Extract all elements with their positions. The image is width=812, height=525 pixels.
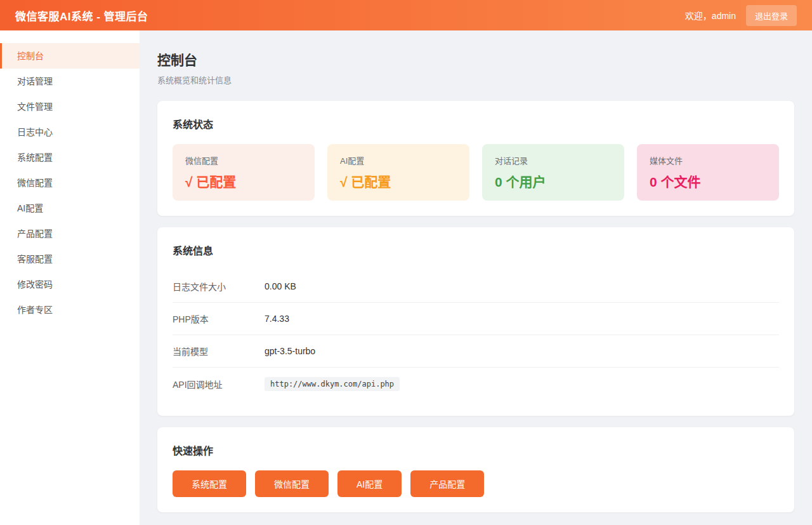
sidebar-item-service-config[interactable]: 客服配置 [0,246,140,272]
welcome-text: 欢迎，admin [685,9,736,22]
stat-label: AI配置 [340,154,457,166]
sidebar-item-author-zone[interactable]: 作者专区 [0,297,140,322]
sidebar-item-product-config[interactable]: 产品配置 [0,221,140,246]
api-callback-url: http://www.dkym.com/api.php [265,377,400,391]
quick-actions-card: 快速操作 系统配置 微信配置 AI配置 产品配置 [157,427,794,512]
info-row-log-size: 日志文件大小 0.00 KB [173,270,779,303]
info-label: 日志文件大小 [173,280,265,293]
quick-action-system-config[interactable]: 系统配置 [173,470,246,497]
sidebar-item-log-center[interactable]: 日志中心 [0,119,140,145]
stat-wechat-config: 微信配置 √ 已配置 [173,144,315,201]
info-table: 日志文件大小 0.00 KB PHP版本 7.4.33 当前模型 gpt-3.5… [173,270,779,401]
sidebar-item-conversation-manage[interactable]: 对话管理 [0,69,140,94]
info-label: 当前模型 [173,345,265,357]
main-content: 控制台 系统概览和统计信息 系统状态 微信配置 √ 已配置 AI配置 √ 已配置… [140,30,812,525]
sidebar-item-wechat-config[interactable]: 微信配置 [0,170,140,196]
info-row-php-version: PHP版本 7.4.33 [173,303,779,335]
system-info-card: 系统信息 日志文件大小 0.00 KB PHP版本 7.4.33 当前模型 gp… [157,227,794,416]
stat-media-files: 媒体文件 0 个文件 [637,144,779,201]
sidebar-item-system-config[interactable]: 系统配置 [0,145,140,170]
quick-actions-title: 快速操作 [173,442,779,458]
sidebar-item-file-manage[interactable]: 文件管理 [0,94,140,119]
system-status-card: 系统状态 微信配置 √ 已配置 AI配置 √ 已配置 对话记录 0 个用户 媒体… [157,101,794,216]
stat-value: √ 已配置 [185,171,302,190]
info-label: API回调地址 [173,378,265,390]
app-header: 微信客服AI系统 - 管理后台 欢迎，admin 退出登录 [0,0,812,30]
info-row-api-callback-url: API回调地址 http://www.dkym.com/api.php [173,368,779,401]
sidebar-item-dashboard[interactable]: 控制台 [0,43,140,69]
info-label: PHP版本 [173,312,265,325]
sidebar-item-ai-config[interactable]: AI配置 [0,196,140,221]
header-right: 欢迎，admin 退出登录 [685,5,797,26]
stat-label: 媒体文件 [650,154,766,166]
stats-grid: 微信配置 √ 已配置 AI配置 √ 已配置 对话记录 0 个用户 媒体文件 0 … [173,144,779,201]
actions-row: 系统配置 微信配置 AI配置 产品配置 [173,470,779,497]
logout-button[interactable]: 退出登录 [746,5,797,26]
stat-chat-records: 对话记录 0 个用户 [482,144,624,201]
sidebar-item-change-password[interactable]: 修改密码 [0,272,140,297]
quick-action-wechat-config[interactable]: 微信配置 [255,470,329,497]
info-value: 7.4.33 [265,314,289,324]
app-title: 微信客服AI系统 - 管理后台 [15,8,148,23]
system-status-title: 系统状态 [173,116,779,131]
sidebar: 控制台 对话管理 文件管理 日志中心 系统配置 微信配置 AI配置 产品配置 客… [0,30,140,525]
stat-value: 0 个文件 [650,171,766,190]
sidebar-nav: 控制台 对话管理 文件管理 日志中心 系统配置 微信配置 AI配置 产品配置 客… [0,43,140,322]
info-value: gpt-3.5-turbo [265,346,315,356]
page-subtitle: 系统概览和统计信息 [157,74,794,86]
stat-value: 0 个用户 [495,171,612,190]
info-row-current-model: 当前模型 gpt-3.5-turbo [173,335,779,368]
stat-ai-config: AI配置 √ 已配置 [327,144,469,201]
system-info-title: 系统信息 [173,243,779,258]
quick-action-ai-config[interactable]: AI配置 [337,470,402,497]
page-title: 控制台 [157,50,794,69]
stat-value: √ 已配置 [340,171,457,190]
stat-label: 对话记录 [495,154,612,166]
quick-action-product-config[interactable]: 产品配置 [410,470,484,497]
info-value: 0.00 KB [265,281,296,291]
stat-label: 微信配置 [185,154,302,166]
